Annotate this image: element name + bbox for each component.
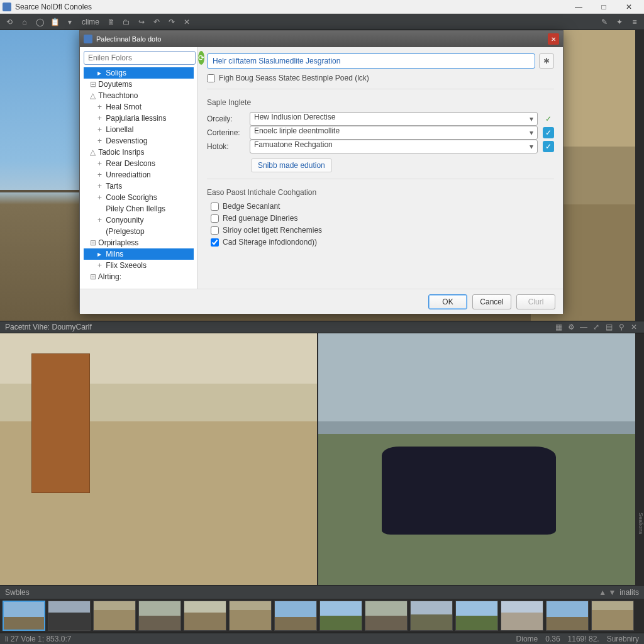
tree-item[interactable]: + Flix Sxeeols	[84, 260, 194, 271]
panel-close-icon[interactable]: ✕	[629, 322, 639, 332]
panel-grid-icon[interactable]: ▦	[553, 322, 564, 332]
top-checkbox[interactable]	[207, 74, 215, 82]
clipboard-icon[interactable]: 📋	[49, 16, 60, 28]
thumbnail[interactable]	[455, 601, 498, 631]
toolbar-menu-label[interactable]: clime	[79, 18, 102, 26]
ok-button[interactable]: OK	[428, 294, 467, 309]
tree-item[interactable]: ⊟ Alrting:	[84, 271, 194, 282]
thumbnail[interactable]	[365, 601, 408, 631]
edit-icon[interactable]: ✎	[599, 16, 610, 28]
option-checkbox-row[interactable]: Bedge Secanlant	[211, 202, 554, 211]
option-checkbox[interactable]	[211, 226, 219, 235]
right-viewport[interactable]	[318, 333, 635, 585]
delete-icon[interactable]: ✕	[181, 16, 192, 28]
option-checkbox-row[interactable]: Red guenage Dineries	[211, 214, 554, 223]
dialog-close-button[interactable]: ✕	[548, 33, 559, 45]
tree-item[interactable]: + Unreediattion	[84, 169, 194, 180]
thumbnail[interactable]	[3, 601, 45, 631]
export-icon[interactable]: ↪	[136, 16, 147, 28]
tree-item[interactable]: + Conyounity	[84, 214, 194, 226]
thumbnail[interactable]	[184, 601, 226, 631]
close-button[interactable]: ✕	[616, 1, 641, 13]
cancel-button[interactable]: Cancel	[472, 294, 511, 309]
form-combobox[interactable]: Enoelc liriple deentmollite	[250, 126, 538, 140]
refresh-icon[interactable]: ◯	[34, 16, 45, 28]
thumbnail[interactable]	[591, 601, 634, 631]
panel-settings-icon[interactable]: ⚙	[566, 322, 576, 332]
dropdown-icon[interactable]: ▾	[64, 16, 75, 28]
option-label: Slrioy oclet tigett Renchemies	[223, 226, 322, 235]
dialog-sidebar: ⟳ ▸ Soligs⊟ Doyutems△ Theachtono+ Heal S…	[80, 47, 198, 289]
thumbnail[interactable]	[138, 601, 181, 631]
folder-icon[interactable]: 🗀	[121, 16, 132, 28]
tree-item[interactable]: + Desvenstiog	[84, 135, 194, 147]
viewport-scrollbar[interactable]	[635, 30, 644, 321]
tree-item[interactable]: △ Tadoic Insrips	[84, 147, 194, 158]
app-icon	[3, 3, 11, 11]
tree-item[interactable]: + Papjularia llessins	[84, 113, 194, 124]
thumbnail[interactable]	[229, 601, 272, 631]
tree-item[interactable]: + Lionellal	[84, 124, 194, 135]
tree-item[interactable]: ⊟ Orpirlapless	[84, 237, 194, 248]
thumbnail[interactable]	[93, 601, 136, 631]
panel-minimize-icon[interactable]: —	[579, 322, 589, 332]
option-checkbox[interactable]	[211, 238, 219, 247]
tree-item-label: Pilely Chen Ilellgs	[106, 204, 165, 213]
minimize-button[interactable]: —	[566, 1, 591, 13]
tree-item[interactable]: + Tarts	[84, 180, 194, 192]
title-field[interactable]	[207, 53, 535, 69]
home-icon[interactable]: ⌂	[19, 16, 30, 28]
back-icon[interactable]: ⟲	[4, 16, 15, 28]
thumbnail[interactable]	[501, 601, 543, 631]
tree-item[interactable]: ▸ Soligs	[84, 67, 194, 79]
option-label: Cad Slterage infodiondond))	[223, 238, 317, 247]
right-vertical-tab[interactable]: Sealions	[635, 335, 644, 586]
sidebar-search-input[interactable]	[84, 51, 196, 65]
tree-item[interactable]: Pilely Chen Ilellgs	[84, 203, 194, 214]
thumbnail[interactable]	[48, 601, 91, 631]
tree-item[interactable]: (Prelgestop	[84, 226, 194, 237]
tree-item[interactable]: + Rear Deslcons	[84, 158, 194, 169]
tree-item[interactable]: + Heal Srnot	[84, 101, 194, 113]
tree-item-label: Rear Deslcons	[106, 159, 155, 168]
thumbnail[interactable]	[410, 601, 453, 631]
field-options-button[interactable]: ✱	[539, 53, 554, 69]
status-bar: li 27 Vole 1; 853.0:7 Diome 0.36 1169! 8…	[0, 633, 644, 644]
panel-expand-icon[interactable]: ⤢	[591, 322, 601, 332]
undo-icon[interactable]: ↶	[151, 16, 162, 28]
status-field-4: Surebniry	[607, 635, 639, 643]
tree-item[interactable]: + Coole Scorighs	[84, 192, 194, 203]
tree-item[interactable]: △ Theachtono	[84, 90, 194, 101]
mode-link-button[interactable]: Snibb made edution	[251, 158, 332, 172]
option-checkbox[interactable]	[211, 214, 219, 223]
option-checkbox-row[interactable]: Slrioy oclet tigett Renchemies	[211, 226, 554, 235]
panel-layout-icon[interactable]: ▤	[604, 322, 614, 332]
tree-item-label: Doyutems	[98, 80, 132, 89]
left-viewport[interactable]	[0, 333, 317, 585]
redo-icon[interactable]: ↷	[166, 16, 177, 28]
menu-icon[interactable]: ≡	[629, 16, 640, 28]
thumbnail[interactable]	[319, 601, 362, 631]
settings-dialog: Palectinnal Balo doto ✕ ⟳ ▸ Soligs⊟ Doyu…	[79, 30, 564, 313]
status-field-3: 1169! 82.	[568, 635, 599, 643]
status-field-1: Diome	[516, 635, 538, 643]
settings-gear-icon[interactable]: ✦	[614, 16, 625, 28]
save-icon[interactable]: 🗎	[106, 16, 117, 28]
apply-icon[interactable]: ✓	[543, 113, 554, 125]
confirm-icon[interactable]: ✓	[543, 127, 554, 138]
help-button[interactable]: Clurl	[516, 294, 555, 309]
maximize-button[interactable]: □	[591, 1, 616, 13]
tree-item[interactable]: ▸ Milns	[84, 248, 194, 260]
thumbnail[interactable]	[546, 601, 589, 631]
option-checkbox[interactable]	[211, 203, 219, 211]
confirm-icon[interactable]: ✓	[543, 141, 554, 152]
tree-item[interactable]: ⊟ Doyutems	[84, 79, 194, 90]
top-checkbox-row[interactable]: Figh Boug Seass Statec Bestinple Poed (l…	[207, 74, 554, 82]
dialog-footer: OK Cancel Clurl	[80, 289, 563, 314]
thumb-nav-arrows[interactable]: ▲ ▼	[599, 588, 616, 597]
thumbnail[interactable]	[274, 601, 317, 631]
form-combobox[interactable]: Famuatone Rechgation	[250, 140, 538, 153]
form-combobox[interactable]: Hew Indlusion Derectise	[250, 112, 538, 126]
option-checkbox-row[interactable]: Cad Slterage infodiondond))	[211, 238, 554, 247]
panel-pin-icon[interactable]: ⚲	[616, 322, 626, 332]
